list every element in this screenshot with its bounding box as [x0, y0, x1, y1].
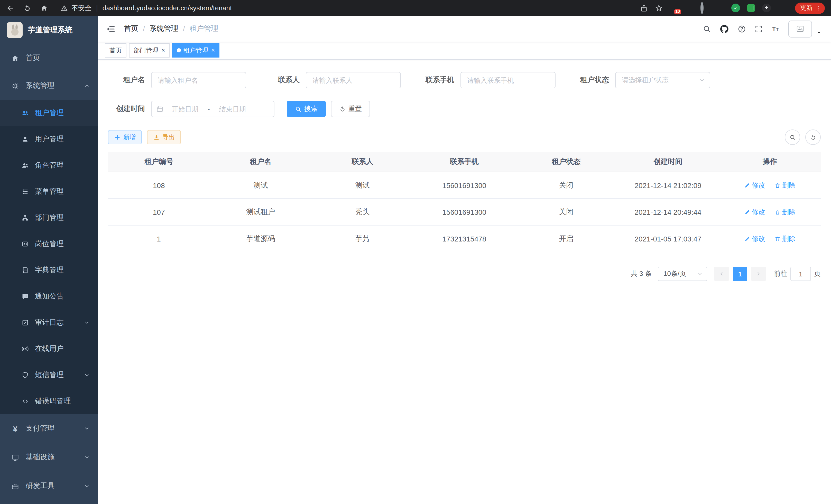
toggle-search-button[interactable] [785, 129, 800, 145]
extension-blue-diamond-icon[interactable] [685, 4, 694, 12]
github-icon[interactable] [719, 24, 729, 34]
start-date-input[interactable] [166, 105, 204, 113]
filter-contact: 联系人 [263, 72, 401, 88]
browser-profile-avatar[interactable] [778, 4, 786, 12]
tab-dept[interactable]: 部门管理 × [129, 43, 170, 58]
next-page-button[interactable] [751, 267, 766, 281]
navbar-actions [703, 20, 831, 37]
search-button[interactable]: 搜索 [287, 101, 326, 117]
extension-dark-ring-icon[interactable] [700, 4, 709, 12]
sidebar-item-error-code[interactable]: 错误码管理 [0, 388, 98, 414]
add-button[interactable]: 新增 [108, 130, 142, 144]
sidebar-group-devtools[interactable]: 研发工具 [0, 472, 98, 500]
sidebar-item-tenant[interactable]: 租户管理 [0, 100, 98, 126]
breadcrumb-home[interactable]: 首页 [124, 24, 138, 33]
share-icon[interactable] [640, 4, 648, 12]
browser-back-icon[interactable] [6, 4, 15, 12]
cell-actions: 修改 删除 [719, 172, 821, 199]
end-date-input[interactable] [213, 105, 252, 113]
filter-label: 租户状态 [572, 76, 615, 85]
site-security-indicator[interactable]: 不安全 [61, 3, 91, 12]
refresh-table-button[interactable] [805, 129, 821, 145]
date-range-picker[interactable]: - [151, 101, 275, 117]
bookmark-star-icon[interactable] [655, 4, 663, 12]
header-search-icon[interactable] [703, 24, 711, 33]
dept-tree-icon [22, 214, 29, 221]
extension-password-icon[interactable]: 10 [670, 4, 678, 12]
address-bar-url[interactable]: dashboard.yudao.iocoder.cn/system/tenant [103, 4, 232, 12]
sidebar-item-audit-log[interactable]: 审计日志 [0, 309, 98, 335]
edit-link[interactable]: 修改 [744, 181, 765, 190]
sidebar-group-infra[interactable]: 基础设施 [0, 443, 98, 472]
cell-contact: 测试 [312, 172, 413, 199]
extension-olive-icon[interactable] [716, 4, 725, 12]
col-tenant-name: 租户名 [210, 152, 311, 172]
mobile-input[interactable] [460, 72, 555, 88]
sidebar-item-online-user[interactable]: 在线用户 [0, 335, 98, 362]
sidebar-item-post[interactable]: 岗位管理 [0, 231, 98, 257]
edit-link[interactable]: 修改 [744, 207, 765, 216]
page-size-select[interactable]: 10条/页 [658, 267, 707, 281]
user-avatar[interactable] [789, 20, 812, 37]
tab-close-icon[interactable]: × [161, 47, 165, 53]
cell-contact: 秃头 [312, 199, 413, 225]
help-question-icon[interactable] [738, 24, 746, 33]
extensions-puzzle-icon[interactable] [762, 4, 771, 12]
reset-button[interactable]: 重置 [331, 101, 370, 117]
trash-icon [774, 236, 781, 242]
sidebar-item-home[interactable]: 首页 [0, 44, 98, 72]
sidebar-item-dept[interactable]: 部门管理 [0, 205, 98, 231]
yen-icon: ¥ [11, 424, 19, 433]
edit-link[interactable]: 修改 [744, 234, 765, 243]
tab-close-icon[interactable]: × [211, 47, 215, 53]
extension-green-check-icon[interactable]: ✓ [731, 4, 740, 12]
tenant-name-input[interactable] [151, 72, 246, 88]
sidebar-item-role[interactable]: 角色管理 [0, 152, 98, 178]
browser-update-button[interactable]: 更新 [795, 2, 825, 13]
sidebar-group-system[interactable]: 系统管理 [0, 72, 98, 100]
cell-actions: 修改 删除 [719, 199, 821, 225]
tags-view-bar: 首页 部门管理 × 租户管理 × [98, 41, 831, 60]
sidebar-item-user[interactable]: 用户管理 [0, 126, 98, 152]
sidebar-fold-button[interactable] [98, 16, 124, 41]
export-button-label: 导出 [163, 133, 175, 142]
table-row: 107 测试租户 秃头 15601691300 关闭 2021-12-14 20… [108, 199, 821, 225]
monitor-icon [11, 453, 19, 461]
fullscreen-icon[interactable] [754, 24, 763, 33]
browser-menu-dots-icon[interactable] [815, 5, 821, 11]
delete-link[interactable]: 删除 [774, 234, 796, 243]
extension-green-square-icon[interactable] [747, 4, 755, 12]
cell-status: 开启 [515, 225, 617, 252]
avatar-caret-down-icon[interactable] [816, 30, 822, 35]
sidebar-item-sms[interactable]: 短信管理 [0, 362, 98, 388]
delete-link[interactable]: 删除 [774, 207, 796, 216]
tab-label: 首页 [110, 46, 122, 55]
sidebar-item-notice[interactable]: 通知公告 [0, 283, 98, 309]
page-number-1[interactable]: 1 [733, 267, 747, 281]
sidebar-group-payment[interactable]: ¥ 支付管理 [0, 414, 98, 443]
address-separator: | [96, 4, 98, 12]
sidebar-item-dict[interactable]: 字典管理 [0, 257, 98, 283]
export-button[interactable]: 导出 [147, 130, 181, 144]
browser-reload-icon[interactable] [23, 4, 31, 12]
browser-home-icon[interactable] [40, 4, 48, 12]
delete-label: 删除 [782, 234, 796, 243]
cell-tenant-id: 108 [108, 172, 210, 199]
contact-input[interactable] [306, 72, 401, 88]
goto-page-input[interactable] [791, 267, 811, 281]
delete-label: 删除 [782, 181, 796, 190]
sidebar: 芋道管理系统 首页 系统管理 租户管理 用户管理 [0, 16, 98, 504]
status-select[interactable]: 请选择租户状态 [615, 72, 710, 88]
sidebar-item-label: 菜单管理 [35, 187, 64, 196]
sidebar-logo[interactable]: 芋道管理系统 [0, 16, 98, 44]
screen: 不安全 | dashboard.yudao.iocoder.cn/system/… [0, 0, 831, 504]
search-button-label: 搜索 [304, 104, 318, 114]
prev-page-button[interactable] [714, 267, 729, 281]
sidebar-group-label: 基础设施 [26, 453, 55, 462]
delete-link[interactable]: 删除 [774, 181, 796, 190]
sidebar-item-menu[interactable]: 菜单管理 [0, 178, 98, 205]
breadcrumb-system[interactable]: 系统管理 [149, 24, 178, 33]
tab-tenant[interactable]: 租户管理 × [172, 43, 220, 58]
tab-home[interactable]: 首页 [105, 43, 126, 58]
font-size-icon[interactable] [771, 24, 780, 33]
